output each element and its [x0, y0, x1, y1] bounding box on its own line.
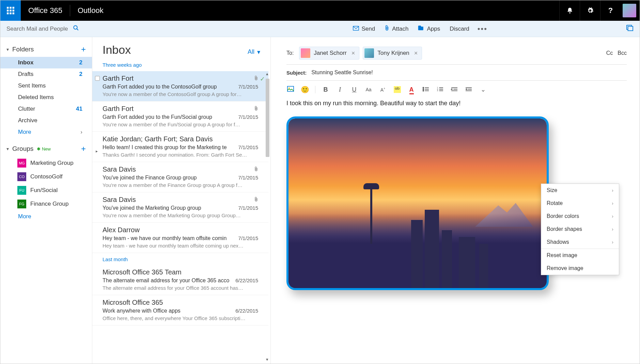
message-item[interactable]: Garth Fort✓Garth Fort added you to the C… — [92, 71, 268, 101]
groups-more[interactable]: More — [0, 211, 92, 222]
numbering-button[interactable]: 123 — [436, 86, 444, 93]
folders-header[interactable]: ▾ Folders + — [0, 42, 92, 57]
popout-icon[interactable] — [626, 25, 634, 33]
fontsize-button[interactable]: Aa — [364, 87, 373, 92]
send-button[interactable]: Send — [348, 25, 380, 32]
message-from: Garth Fort — [103, 75, 258, 82]
bcc-button[interactable]: Bcc — [618, 50, 627, 56]
group-fun/social[interactable]: FU Fun/Social — [0, 184, 92, 197]
user-avatar[interactable] — [623, 4, 636, 17]
discard-button[interactable]: Discard — [445, 26, 474, 32]
message-preview: Office here, there, and everywhere Your … — [103, 315, 258, 321]
format-more-button[interactable]: ⌄ — [479, 86, 487, 93]
recipient-chip[interactable]: Janet Schorr × — [299, 47, 359, 60]
chevron-down-icon: ▾ — [6, 146, 9, 152]
message-subject: Garth Fort added you to the ContosoGolf … — [103, 84, 234, 90]
settings-icon[interactable] — [580, 0, 600, 21]
folder-inbox[interactable]: Inbox2 — [0, 57, 92, 68]
ctx-remove-image[interactable]: Remove image — [541, 262, 619, 275]
subject-input[interactable]: Stunning Seattle Sunrise! — [311, 69, 373, 76]
folder-label: Clutter — [18, 106, 35, 112]
ctx-size[interactable]: Size› — [541, 184, 619, 197]
search-icon[interactable] — [73, 25, 79, 33]
message-item[interactable]: Sara DavisYou've joined the Marketing Gr… — [92, 192, 268, 223]
folder-sent-items[interactable]: Sent Items — [0, 80, 92, 92]
group-marketing-group[interactable]: MG Marketing Group — [0, 156, 92, 170]
add-folder-icon[interactable]: + — [81, 45, 86, 54]
folder-archive[interactable]: Archive — [0, 115, 92, 126]
message-date: 6/22/2015 — [235, 308, 258, 314]
message-item[interactable]: Microsoft Office 365 TeamThe alternate e… — [92, 265, 268, 295]
scrollbar[interactable]: ▴ ▾ — [264, 71, 270, 364]
ctx-border-shapes[interactable]: Border shapes› — [541, 223, 619, 236]
message-preview: The alternate email address for your Off… — [103, 285, 258, 291]
bold-button[interactable]: B — [322, 86, 330, 93]
emoji-icon[interactable]: 🙂 — [301, 85, 309, 94]
group-finance-group[interactable]: FG Finance Group — [0, 197, 92, 211]
scroll-down-icon[interactable]: ▾ — [264, 357, 270, 364]
attach-label: Attach — [392, 26, 408, 32]
separator — [315, 86, 315, 93]
folder-count: 2 — [79, 71, 86, 78]
apps-label: Apps — [427, 26, 440, 32]
add-group-icon[interactable]: + — [81, 144, 86, 154]
recipient-name: Tony Krijnen — [377, 50, 409, 57]
ctx-rotate[interactable]: Rotate› — [541, 197, 619, 210]
fontgrow-button[interactable]: A+ — [379, 87, 387, 93]
message-item[interactable]: Garth FortGarth Fort added you to the Fu… — [92, 101, 268, 132]
group-label: Fun/Social — [30, 187, 58, 194]
message-from: Katie Jordan; Garth Fort; Sara Davis — [103, 135, 258, 143]
search-input[interactable]: Search Mail and People — [6, 26, 68, 32]
highlight-button[interactable]: ᵅᵇ — [393, 86, 401, 93]
message-item[interactable]: ▸Katie Jordan; Garth Fort; Sara DavisHel… — [92, 132, 268, 162]
ctx-border-colors[interactable]: Border colors› — [541, 210, 619, 223]
message-date: 7/1/2015 — [238, 205, 258, 211]
underline-button[interactable]: U — [350, 86, 358, 93]
inserted-image[interactable] — [286, 116, 549, 290]
ctx-shadows[interactable]: Shadows› — [541, 236, 619, 249]
groups-header[interactable]: ▾ Groups ✱ New + — [0, 141, 92, 156]
message-item[interactable]: Sara DavisYou've joined the Finance Grou… — [92, 162, 268, 192]
message-preview: You're now a member of the Marketing Gro… — [103, 212, 258, 218]
app-launcher-icon[interactable] — [0, 0, 21, 21]
fontcolor-button[interactable]: A — [407, 86, 416, 93]
paperclip-icon — [254, 106, 258, 112]
insert-image-icon[interactable] — [286, 86, 295, 94]
recipient-chip[interactable]: Tony Krijnen × — [363, 47, 422, 60]
scroll-thumb[interactable] — [266, 79, 269, 157]
bullets-button[interactable] — [422, 86, 430, 93]
app-name: Outlook — [70, 6, 111, 15]
to-label: To: — [286, 50, 294, 56]
checkbox[interactable] — [95, 76, 100, 81]
ctx-reset-image[interactable]: Reset image — [541, 249, 619, 262]
command-bar: Search Mail and People Send Attach Apps … — [0, 21, 640, 37]
group-contosogolf[interactable]: CO ContosoGolf — [0, 170, 92, 184]
italic-button[interactable]: I — [336, 86, 344, 93]
scroll-up-icon[interactable]: ▴ — [264, 71, 270, 78]
chevron-down-icon: ▾ — [257, 48, 260, 56]
folder-drafts[interactable]: Drafts2 — [0, 68, 92, 80]
remove-icon[interactable]: × — [350, 50, 357, 57]
folders-more[interactable]: More › — [0, 126, 92, 138]
message-item[interactable]: Alex DarrowHey team - we have our monthl… — [92, 223, 268, 253]
attach-button[interactable]: Attach — [380, 25, 413, 33]
message-item[interactable]: Microsoft Office 365Work anywhere with O… — [92, 295, 268, 326]
compose-body[interactable]: I took this on my run this morning. Beau… — [286, 100, 627, 107]
group-tile: FG — [17, 200, 26, 208]
folder-clutter[interactable]: Clutter41 — [0, 103, 92, 115]
cc-button[interactable]: Cc — [606, 50, 613, 56]
help-icon[interactable]: ? — [600, 0, 621, 21]
apps-button[interactable]: Apps — [413, 25, 445, 33]
group-label: Marketing Group — [30, 160, 74, 167]
outdent-button[interactable] — [450, 86, 458, 93]
folder-deleted-items[interactable]: Deleted Items — [0, 92, 92, 103]
list-filter[interactable]: All ▾ — [248, 48, 260, 56]
group-tile: CO — [17, 172, 26, 181]
overflow-button[interactable]: ••• — [474, 25, 491, 33]
message-from: Microsoft Office 365 Team — [103, 268, 258, 276]
message-subject: The alternate email address for your Off… — [103, 278, 231, 284]
group-tile: MG — [17, 159, 26, 168]
notifications-icon[interactable] — [559, 0, 580, 21]
remove-icon[interactable]: × — [413, 50, 419, 57]
indent-button[interactable] — [465, 86, 473, 93]
